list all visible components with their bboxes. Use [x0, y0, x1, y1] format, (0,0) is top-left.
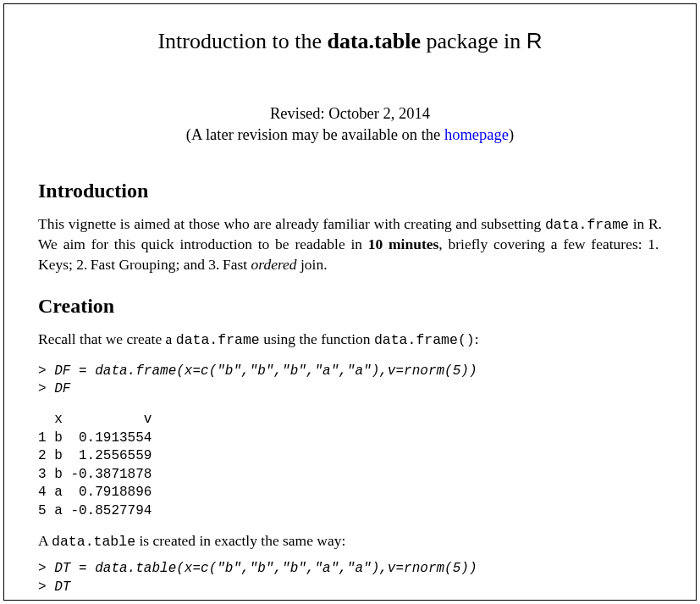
title-bold: data.table	[327, 29, 421, 53]
revised-line1: Revised: October 2, 2014	[38, 103, 662, 125]
homepage-link[interactable]: homepage	[444, 126, 509, 143]
title-sans-r: R	[526, 28, 543, 53]
intro-paragraph: This vignette is aimed at those who are …	[38, 214, 662, 275]
code-inline-dataframe2: data.frame	[176, 332, 260, 348]
output-block-1: x v 1 b 0.1913554 2 b 1.2556559 3 b -0.3…	[38, 411, 662, 521]
intro-heading: Introduction	[38, 180, 662, 202]
revised-line2: (A later revision may be available on th…	[38, 125, 662, 146]
revised-block: Revised: October 2, 2014 (A later revisi…	[38, 103, 662, 146]
revised-pre: (A later revision may be available on th…	[186, 126, 444, 143]
code-inline-datatable: data.table	[52, 534, 135, 550]
bold-10-minutes: 10 minutes	[368, 236, 439, 252]
page-title: Introduction to the data.table package i…	[38, 28, 662, 54]
creation-heading: Creation	[38, 295, 662, 318]
revised-post: )	[509, 126, 514, 143]
title-part2: package in	[421, 29, 526, 53]
code-block-1: > DF = data.frame(x=c("b","b","b","a","a…	[38, 363, 662, 399]
code-inline-dataframefn: data.frame()	[374, 332, 475, 348]
code-inline-dataframe: data.frame	[545, 217, 629, 233]
title-part1: Introduction to the	[157, 29, 327, 53]
between-paragraph: A data.table is created in exactly the s…	[38, 532, 662, 550]
italic-ordered: ordered	[251, 256, 297, 273]
creation-intro-paragraph: Recall that we create a data.frame using…	[38, 330, 662, 350]
document-page: Introduction to the data.table package i…	[3, 3, 697, 601]
code-block-2: > DT = data.table(x=c("b","b","b","a","a…	[38, 560, 662, 596]
